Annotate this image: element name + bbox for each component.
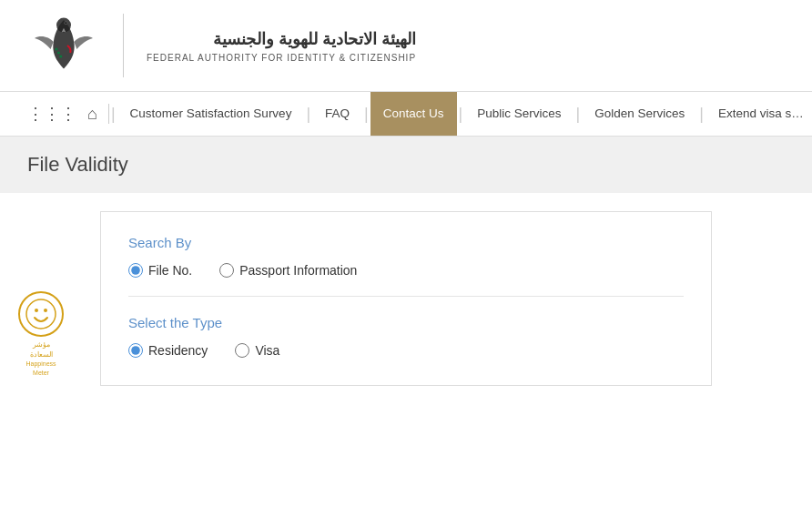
logo-divider	[123, 14, 124, 77]
residency-radio[interactable]	[128, 343, 143, 358]
passport-info-option[interactable]: Passport Information	[219, 263, 357, 278]
nav-separator-1: |	[304, 92, 312, 136]
logo-area: الهيئة الاتحادية للهوية والجنسية FEDERAL…	[27, 9, 416, 82]
passport-info-label: Passport Information	[239, 263, 357, 278]
form-divider	[128, 296, 684, 297]
search-by-radio-group: File No. Passport Information	[128, 263, 684, 278]
section-title: File Validity	[27, 153, 785, 177]
svg-point-6	[59, 55, 62, 57]
type-radio-group: Residency Visa	[128, 343, 684, 358]
nav-item-faq[interactable]: FAQ	[312, 92, 362, 136]
visa-option[interactable]: Visa	[235, 343, 279, 358]
happiness-face-icon	[25, 298, 57, 330]
happiness-circle	[18, 291, 64, 337]
home-icon[interactable]: ⌂	[87, 105, 97, 124]
select-type-section: Select the Type Residency Visa	[128, 315, 684, 358]
logo-english-text: FEDERAL AUTHORITY FOR IDENTITY & CITIZEN…	[147, 53, 416, 63]
svg-point-9	[44, 309, 47, 312]
svg-point-7	[26, 299, 56, 329]
search-by-section: Search By File No. Passport Information	[128, 235, 684, 278]
happiness-arabic-text: مؤشرالسعادة	[9, 340, 73, 360]
site-header: الهيئة الاتحادية للهوية والجنسية FEDERAL…	[0, 0, 812, 92]
grid-icon[interactable]: ⋮⋮⋮	[27, 104, 76, 124]
happiness-meter-badge[interactable]: مؤشرالسعادة HappinessMeter	[9, 291, 73, 378]
nav-icon-group: ⋮⋮⋮ ⌂	[27, 104, 109, 124]
section-header: File Validity	[0, 137, 812, 193]
file-no-radio[interactable]	[128, 263, 143, 278]
nav-separator-3: |	[457, 92, 465, 136]
nav-item-customer-satisfaction[interactable]: Customer Satisfaction Survey	[117, 92, 305, 136]
nav-links-group: | Customer Satisfaction Survey | FAQ | C…	[109, 92, 812, 136]
visa-label: Visa	[255, 343, 279, 358]
search-by-label: Search By	[128, 235, 684, 250]
svg-point-4	[55, 47, 57, 50]
svg-point-3	[65, 22, 66, 24]
page-content: File Validity Search By File No. Passpor…	[0, 137, 812, 413]
file-no-label: File No.	[148, 263, 192, 278]
svg-point-8	[35, 309, 38, 312]
select-type-label: Select the Type	[128, 315, 684, 330]
nav-item-public-services[interactable]: Public Services	[464, 92, 573, 136]
nav-separator-5: |	[697, 92, 705, 136]
logo-arabic-text: الهيئة الاتحادية للهوية والجنسية	[147, 29, 416, 49]
nav-separator-4: |	[574, 92, 583, 136]
falcon-logo	[27, 9, 100, 82]
nav-separator-0: |	[109, 92, 117, 136]
nav-separator-2: |	[362, 92, 370, 136]
form-container: Search By File No. Passport Information …	[100, 211, 712, 386]
visa-radio[interactable]	[235, 343, 249, 358]
svg-point-5	[57, 51, 60, 54]
residency-option[interactable]: Residency	[128, 343, 208, 358]
passport-info-radio[interactable]	[219, 263, 234, 278]
nav-item-contact-us[interactable]: Contact Us	[370, 92, 457, 136]
residency-label: Residency	[148, 343, 208, 358]
happiness-english-text: HappinessMeter	[9, 360, 73, 378]
file-no-option[interactable]: File No.	[128, 263, 192, 278]
nav-item-golden-services[interactable]: Golden Services	[582, 92, 697, 136]
logo-text-block: الهيئة الاتحادية للهوية والجنسية FEDERAL…	[147, 29, 416, 63]
main-nav: ⋮⋮⋮ ⌂ | Customer Satisfaction Survey | F…	[0, 92, 812, 137]
nav-item-extend-visa[interactable]: Extend visa s…	[705, 92, 812, 136]
